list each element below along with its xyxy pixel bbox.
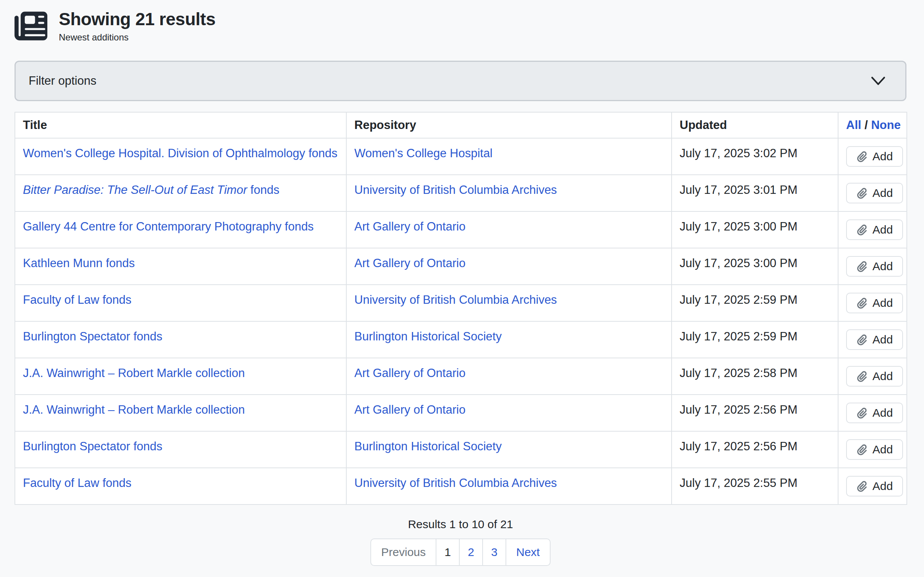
add-button[interactable]: Add	[846, 219, 903, 240]
cell-title: Faculty of Law fonds	[15, 285, 346, 321]
cell-title: Kathleen Munn fonds	[15, 248, 346, 285]
record-title-link[interactable]: J.A. Wainwright – Robert Markle collecti…	[23, 403, 245, 416]
cell-add: Add	[838, 431, 907, 468]
updated-timestamp: July 17, 2025 2:56 PM	[680, 440, 797, 453]
record-title-link[interactable]: J.A. Wainwright – Robert Markle collecti…	[23, 366, 245, 380]
updated-timestamp: July 17, 2025 2:58 PM	[680, 366, 797, 380]
add-button[interactable]: Add	[846, 476, 903, 496]
pagination: Previous 1 2 3 Next	[15, 538, 906, 566]
record-title-link[interactable]: Bitter Paradise: The Sell-Out of East Ti…	[23, 183, 279, 197]
cell-updated: July 17, 2025 3:00 PM	[672, 211, 838, 248]
cell-updated: July 17, 2025 2:56 PM	[672, 395, 838, 431]
cell-add: Add	[838, 248, 907, 285]
record-title-link[interactable]: Kathleen Munn fonds	[23, 256, 135, 270]
cell-add: Add	[838, 321, 907, 358]
updated-timestamp: July 17, 2025 3:00 PM	[680, 256, 797, 270]
record-title-link[interactable]: Faculty of Law fonds	[23, 293, 131, 306]
repository-link[interactable]: Women's College Hospital	[354, 147, 493, 160]
column-header-updated: Updated	[672, 112, 838, 138]
updated-timestamp: July 17, 2025 2:56 PM	[680, 403, 797, 416]
newspaper-icon	[15, 10, 47, 42]
table-row: Bitter Paradise: The Sell-Out of East Ti…	[15, 175, 907, 211]
add-button-label: Add	[872, 260, 893, 273]
add-button-label: Add	[872, 370, 893, 383]
record-title-link[interactable]: Faculty of Law fonds	[23, 476, 131, 490]
pagination-previous[interactable]: Previous	[370, 538, 436, 566]
add-button[interactable]: Add	[846, 329, 903, 350]
cell-repository: Burlington Historical Society	[346, 321, 672, 358]
paperclip-icon	[856, 334, 867, 345]
paperclip-icon	[856, 298, 867, 309]
clipboard-results-page: Showing 21 results Newest additions Filt…	[0, 0, 924, 566]
cell-repository: Art Gallery of Ontario	[346, 395, 672, 431]
column-header-repository: Repository	[346, 112, 672, 138]
table-row: J.A. Wainwright – Robert Markle collecti…	[15, 358, 907, 395]
repository-link[interactable]: University of British Columbia Archives	[354, 293, 557, 306]
cell-repository: University of British Columbia Archives	[346, 468, 672, 504]
column-header-select: All / None	[838, 112, 907, 138]
cell-repository: University of British Columbia Archives	[346, 175, 672, 211]
filter-options-label: Filter options	[29, 74, 96, 88]
add-button[interactable]: Add	[846, 183, 903, 203]
chevron-down-icon	[871, 76, 885, 85]
record-title-link[interactable]: Women's College Hospital. Division of Op…	[23, 147, 338, 160]
select-separator: /	[861, 118, 871, 132]
record-title-link[interactable]: Gallery 44 Centre for Contemporary Photo…	[23, 220, 314, 233]
table-row: Women's College Hospital. Division of Op…	[15, 138, 907, 175]
add-button-label: Add	[872, 297, 893, 309]
cell-updated: July 17, 2025 2:56 PM	[672, 431, 838, 468]
repository-link[interactable]: Burlington Historical Society	[354, 440, 502, 453]
add-button-label: Add	[872, 333, 893, 346]
updated-timestamp: July 17, 2025 3:01 PM	[680, 183, 797, 197]
add-button-label: Add	[872, 406, 893, 419]
updated-timestamp: July 17, 2025 2:59 PM	[680, 293, 797, 306]
paperclip-icon	[856, 481, 867, 492]
pagination-page-2[interactable]: 2	[459, 538, 483, 566]
add-button[interactable]: Add	[846, 256, 903, 277]
add-button[interactable]: Add	[846, 403, 903, 423]
add-button[interactable]: Add	[846, 366, 903, 387]
cell-title: Gallery 44 Centre for Contemporary Photo…	[15, 211, 346, 248]
select-all-link[interactable]: All	[846, 118, 861, 132]
cell-add: Add	[838, 138, 907, 175]
results-table-body: Women's College Hospital. Division of Op…	[15, 138, 907, 504]
pagination-page-1[interactable]: 1	[436, 538, 460, 566]
page-subtitle: Newest additions	[59, 32, 215, 43]
repository-link[interactable]: University of British Columbia Archives	[354, 183, 557, 197]
repository-link[interactable]: Burlington Historical Society	[354, 330, 502, 343]
table-header-row: Title Repository Updated All / None	[15, 112, 907, 138]
cell-add: Add	[838, 395, 907, 431]
paperclip-icon	[856, 371, 867, 382]
repository-link[interactable]: University of British Columbia Archives	[354, 476, 557, 490]
add-button[interactable]: Add	[846, 439, 903, 460]
paperclip-icon	[856, 151, 867, 162]
repository-link[interactable]: Art Gallery of Ontario	[354, 366, 465, 380]
cell-repository: Art Gallery of Ontario	[346, 211, 672, 248]
repository-link[interactable]: Art Gallery of Ontario	[354, 220, 465, 233]
paperclip-icon	[856, 261, 867, 272]
paperclip-icon	[856, 224, 867, 235]
select-none-link[interactable]: None	[871, 118, 901, 132]
cell-title: Faculty of Law fonds	[15, 468, 346, 504]
record-title-link[interactable]: Burlington Spectator fonds	[23, 330, 162, 343]
updated-timestamp: July 17, 2025 2:55 PM	[680, 476, 797, 490]
header-text: Showing 21 results Newest additions	[59, 8, 215, 43]
add-button[interactable]: Add	[846, 293, 903, 313]
results-summary: Results 1 to 10 of 21	[15, 517, 906, 532]
page-title: Showing 21 results	[59, 8, 215, 30]
repository-link[interactable]: Art Gallery of Ontario	[354, 403, 465, 416]
page-header: Showing 21 results Newest additions	[15, 8, 906, 43]
table-row: Gallery 44 Centre for Contemporary Photo…	[15, 211, 907, 248]
repository-link[interactable]: Art Gallery of Ontario	[354, 256, 465, 270]
cell-repository: Burlington Historical Society	[346, 431, 672, 468]
filter-options-toggle[interactable]: Filter options	[15, 61, 906, 101]
table-row: Burlington Spectator fonds Burlington Hi…	[15, 431, 907, 468]
cell-add: Add	[838, 468, 907, 504]
pagination-page-3[interactable]: 3	[482, 538, 506, 566]
pagination-next[interactable]: Next	[506, 538, 551, 566]
add-button[interactable]: Add	[846, 146, 903, 167]
cell-updated: July 17, 2025 2:55 PM	[672, 468, 838, 504]
cell-updated: July 17, 2025 2:59 PM	[672, 321, 838, 358]
updated-timestamp: July 17, 2025 3:02 PM	[680, 147, 797, 160]
record-title-link[interactable]: Burlington Spectator fonds	[23, 440, 162, 453]
